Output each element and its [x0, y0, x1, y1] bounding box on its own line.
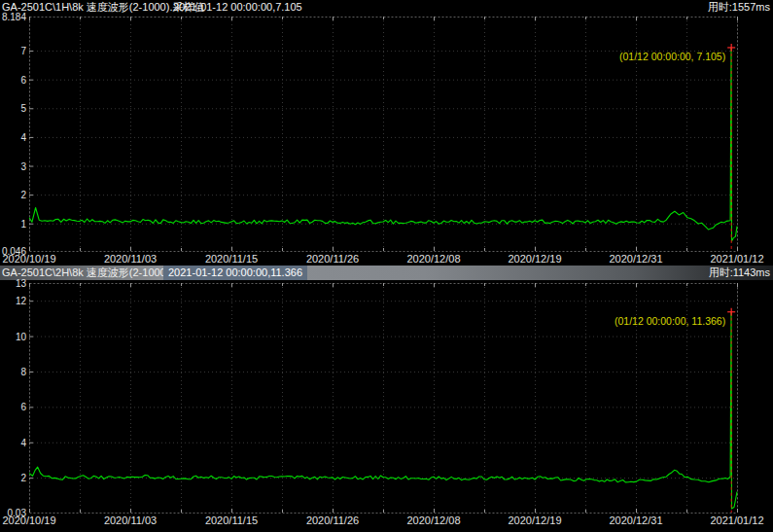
x-axis-tick-label: 2021/01/12	[702, 253, 772, 266]
chart-2-header[interactable]: GA-2501C\2H\8k 速度波形(2-1000).采样值 2021-01-…	[0, 266, 773, 280]
x-axis-tick-label: 2020/12/19	[500, 514, 570, 527]
x-axis-tick-label: 2020/11/26	[298, 514, 368, 527]
x-axis-tick-label: 2020/10/19	[0, 514, 64, 527]
y-axis-max-label: 13	[0, 278, 26, 289]
y-axis-tick-label: 2	[0, 473, 26, 483]
chart-1-header[interactable]: GA-2501C\1H\8k 速度波形(2-1000).采样值 2021-01-…	[0, 0, 773, 15]
x-axis-tick-label: 2020/12/08	[399, 253, 469, 266]
x-axis-tick-label: 2020/11/15	[196, 253, 266, 266]
x-axis-tick-label: 2020/12/19	[500, 253, 570, 266]
cursor-annotation: (01/12 00:00:00, 11.366)	[615, 316, 725, 327]
chart-1-cursor-readout: 2021-01-12 00:00:00,7.105	[173, 0, 302, 15]
x-axis-tick-label: 2020/10/19	[0, 253, 64, 266]
y-axis-tick-label: 1	[0, 219, 26, 230]
chart-2-section: GA-2501C\2H\8k 速度波形(2-1000).采样值 2021-01-…	[0, 266, 773, 532]
y-axis-tick-label: 8	[0, 367, 26, 377]
chart-2-cursor-readout: 2021-01-12 00:00:00,11.366	[163, 266, 307, 280]
y-axis-tick-label: 4	[0, 132, 26, 143]
y-axis-tick-label: 3	[0, 161, 26, 172]
y-axis-max-label: 8.184	[0, 12, 26, 22]
y-axis-tick-label: 4	[0, 438, 26, 448]
x-axis-tick-label: 2020/11/03	[95, 253, 165, 266]
y-axis-tick-label: 5	[0, 103, 26, 114]
x-axis-tick-label: 2020/12/08	[399, 514, 469, 527]
y-axis-tick-label: 10	[0, 332, 26, 342]
y-axis-tick-label: 2	[0, 190, 26, 200]
chart-2-elapsed-time: 用时:1143ms	[709, 266, 770, 280]
cursor-annotation: (01/12 00:00:00, 7.105)	[619, 52, 725, 62]
y-axis-tick-label: 12	[0, 296, 26, 306]
x-axis-tick-label: 2020/11/26	[298, 253, 368, 266]
x-axis-tick-label: 2020/12/31	[601, 514, 671, 527]
y-axis-tick-label: 6	[0, 75, 26, 86]
x-axis-tick-label: 2020/12/31	[601, 253, 671, 266]
trend-monitor-window: GA-2501C\1H\8k 速度波形(2-1000).采样值 2021-01-…	[0, 0, 773, 532]
y-axis-tick-label: 6	[0, 402, 26, 412]
x-axis-tick-label: 2021/01/12	[702, 514, 772, 527]
chart-1-section: GA-2501C\1H\8k 速度波形(2-1000).采样值 2021-01-…	[0, 0, 773, 266]
x-axis-tick-label: 2020/11/15	[196, 514, 266, 527]
x-axis-tick-label: 2020/11/03	[95, 514, 165, 527]
chart-1-elapsed-time: 用时:1557ms	[708, 0, 770, 15]
y-axis-tick-label: 7	[0, 46, 26, 56]
